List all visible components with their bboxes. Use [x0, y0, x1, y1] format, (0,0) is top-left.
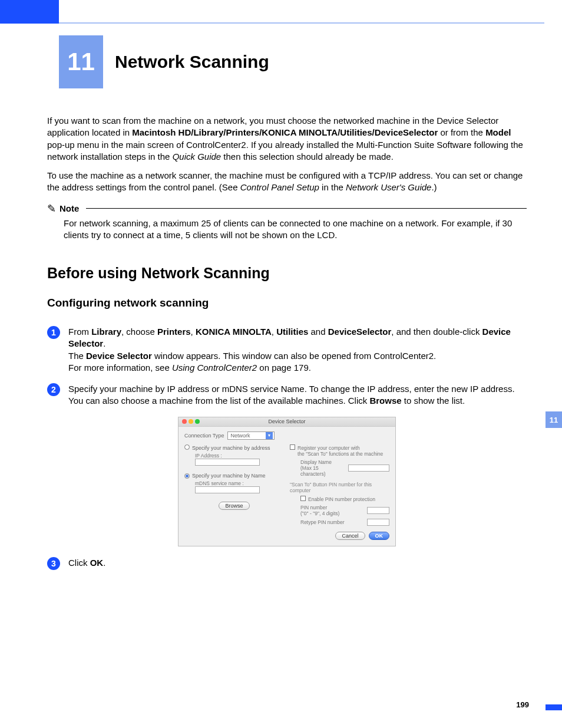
italic: Using ControlCenter2 — [172, 363, 257, 373]
max-chars-hint: (Max 15 characters) — [300, 465, 326, 477]
bold: OK — [90, 558, 104, 568]
page-content: If you want to scan from the machine on … — [47, 115, 527, 579]
enable-pin-row[interactable]: Enable PIN number protection — [290, 496, 389, 502]
note-block: ✎ Note For network scanning, a maximum 2… — [47, 202, 527, 242]
step-1: 1 From Library, choose Printers, KONICA … — [47, 326, 527, 374]
retype-pin-row: Retype PIN number — [290, 519, 389, 526]
step-body: Specify your machine by IP address or mD… — [68, 383, 527, 407]
text: or from the — [438, 127, 485, 137]
header-rule — [59, 22, 544, 24]
display-name-row: Display Name (Max 15 characters) — [290, 459, 389, 477]
note-body: For network scanning, a maximum 25 of cl… — [64, 218, 527, 242]
section-heading-before: Before using Network Scanning — [47, 265, 527, 282]
step-3: 3 Click OK. — [47, 557, 527, 570]
quick-guide-italic: Quick Guide — [173, 151, 222, 162]
connection-type-select[interactable]: Network ▾ — [227, 431, 275, 440]
text: .) — [431, 182, 437, 192]
header-accent-bar — [0, 0, 59, 24]
register-label-line2: the "Scan To" functions at the machine — [297, 451, 383, 457]
text: From — [68, 327, 91, 337]
pin-input[interactable] — [367, 507, 389, 514]
retype-pin-input[interactable] — [367, 519, 389, 526]
browse-button[interactable]: Browse — [219, 502, 249, 510]
network-users-guide-italic: Network User's Guide — [346, 182, 431, 192]
text: in the — [319, 182, 346, 192]
text: window appears. This window can also be … — [152, 351, 437, 361]
model-bold: Model — [485, 127, 511, 137]
text: then this selection should already be ma… — [221, 151, 394, 162]
radio-label: Specify your machine by Name — [192, 473, 266, 479]
radio-label: Specify your machine by address — [192, 445, 270, 451]
mdns-field: mDNS service name : — [184, 480, 284, 493]
connection-type-row: Connection Type Network ▾ — [184, 431, 389, 440]
chapter-side-tab: 11 — [546, 411, 562, 428]
bold: Browse — [369, 396, 401, 406]
step-2: 2 Specify your machine by IP address or … — [47, 383, 527, 407]
text: . — [103, 338, 105, 348]
cancel-button[interactable]: Cancel — [335, 532, 365, 540]
connection-type-label: Connection Type — [184, 433, 224, 439]
note-label: Note — [59, 203, 79, 213]
retype-pin-label: Retype PIN number — [300, 519, 345, 525]
step-number-badge: 1 — [47, 326, 60, 339]
display-name-input[interactable] — [348, 465, 389, 472]
text: , — [191, 327, 196, 337]
mdns-input[interactable] — [195, 486, 260, 493]
device-selector-dialog: Device Selector Connection Type Network … — [178, 417, 396, 546]
ok-button[interactable]: OK — [369, 532, 390, 540]
chapter-header: 11 Network Scanning — [59, 35, 269, 88]
radio-by-name[interactable]: Specify your machine by Name — [184, 473, 284, 479]
note-icon: ✎ — [47, 202, 56, 215]
intro-paragraph-2: To use the machine as a network scanner,… — [47, 170, 527, 194]
step-body: Click OK. — [68, 557, 527, 569]
bold: Library — [91, 327, 121, 337]
pin-hint: ("0" - "9", 4 digits) — [300, 510, 339, 516]
bold: DeviceSelector — [328, 327, 392, 337]
text: , and then double-click — [391, 327, 482, 337]
pin-row: PIN number ("0" - "9", 4 digits) — [290, 505, 389, 516]
text: The — [68, 351, 86, 361]
select-value: Network — [230, 433, 250, 439]
dialog-titlebar: Device Selector — [178, 417, 395, 427]
bold: Printers — [157, 327, 191, 337]
step-number-badge: 3 — [47, 557, 60, 570]
dialog-title: Device Selector — [178, 419, 395, 424]
dialog-body: Connection Type Network ▾ Specify your m… — [178, 427, 395, 546]
bold: Utilities — [276, 327, 308, 337]
text: to show the list. — [402, 396, 465, 406]
ip-address-input[interactable] — [195, 459, 260, 466]
path-bold: Macintosh HD/Library/Printers/KONICA MIN… — [132, 127, 438, 137]
note-header: ✎ Note — [47, 202, 527, 215]
control-panel-setup-italic: Control Panel Setup — [240, 182, 319, 192]
enable-pin-checkbox[interactable] — [300, 496, 306, 501]
step-number-badge: 2 — [47, 383, 60, 396]
chapter-title: Network Scanning — [115, 52, 269, 72]
text: , choose — [121, 327, 157, 337]
text: Click — [68, 558, 90, 568]
ip-label: IP Address : — [195, 453, 284, 459]
display-name-label: Display Name — [300, 459, 332, 465]
scanto-pin-header: "Scan To" Button PIN number for this com… — [290, 482, 389, 493]
text: . — [103, 558, 105, 568]
register-checkbox[interactable] — [290, 444, 295, 450]
right-column: Register your computer with the "Scan To… — [290, 444, 389, 526]
bold: Device Selector — [86, 351, 152, 361]
note-rule — [86, 208, 527, 209]
chevron-down-icon: ▾ — [266, 432, 273, 439]
register-checkbox-row[interactable]: Register your computer with the "Scan To… — [290, 444, 389, 457]
subsection-heading-config: Configuring network scanning — [47, 297, 527, 309]
dialog-screenshot: Device Selector Connection Type Network … — [47, 417, 527, 546]
register-label-line1: Register your computer with — [297, 445, 360, 451]
ip-address-field: IP Address : — [184, 453, 284, 466]
enable-pin-label: Enable PIN number protection — [308, 496, 375, 502]
intro-paragraph-1: If you want to scan from the machine on … — [47, 115, 527, 163]
text: For more information, see — [68, 363, 172, 373]
page-number: 199 — [516, 700, 529, 709]
bold: KONICA MINOLTA — [196, 327, 272, 337]
mdns-label: mDNS service name : — [195, 480, 284, 486]
radio-by-address[interactable]: Specify your machine by address — [184, 444, 284, 451]
pin-label: PIN number — [300, 505, 327, 510]
step-body: From Library, choose Printers, KONICA MI… — [68, 326, 527, 374]
dialog-columns: Specify your machine by address IP Addre… — [184, 444, 389, 526]
text: , — [272, 327, 276, 337]
